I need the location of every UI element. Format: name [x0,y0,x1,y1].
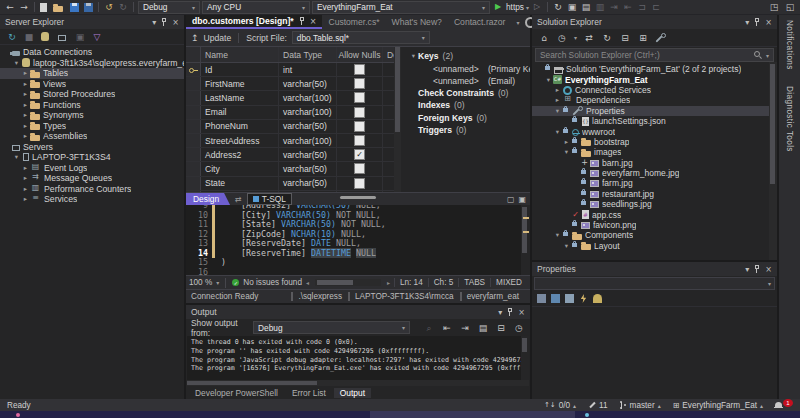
find-message-icon[interactable]: ⌕ [423,322,435,334]
events-icon[interactable] [579,294,588,303]
expander-expanded-icon[interactable]: ▾ [544,76,553,84]
panel-tab-developer-powershell[interactable]: Developer PowerShell [189,388,284,398]
code-line-16[interactable]: 16 [186,268,521,276]
windows-taskbar-strip[interactable] [0,411,800,418]
git-repository-button[interactable]: ⊞ EverythingFarm_Eat ▴ [673,401,763,410]
column-name-cell[interactable]: Email [201,106,279,119]
zoom-dropdown[interactable]: 100 % [189,278,212,287]
panel-tab-error-list[interactable]: Error List [286,388,332,398]
expander-expanded-icon[interactable]: ▾ [562,242,571,250]
solution-item-components[interactable]: ▾Components [532,230,777,240]
filter-icon[interactable]: ▽ [91,31,103,43]
pin-icon[interactable] [753,265,761,274]
data-type-cell[interactable]: varchar(50) [279,162,337,175]
data-type-cell[interactable]: varchar(50) [279,148,337,161]
expander-expanded-icon[interactable]: ▾ [553,107,562,115]
solution-item-bootstrap[interactable]: ▸bootstrap [532,137,777,147]
word-wrap-icon[interactable]: ⊟ [495,322,507,334]
swap-panes-icon[interactable]: ⇄ [235,195,242,204]
server-explorer-item-synonyms[interactable]: ▸Synonyms [0,110,184,121]
expander-expanded-icon[interactable]: ▾ [409,52,418,60]
panel-tab-output[interactable]: Output [334,388,371,398]
switch-views-icon[interactable]: ⌂ [538,32,550,44]
expander-collapsed-icon[interactable]: ▸ [21,111,30,119]
expander-collapsed-icon[interactable]: ▸ [21,90,30,98]
column-name-cell[interactable]: City [201,162,279,175]
default-cell[interactable] [383,77,394,90]
scroll-left-icon[interactable]: ◂ [306,279,309,286]
break-all-icon[interactable]: ▥ [594,1,606,13]
column-header-default[interactable]: Default [383,47,394,62]
server-explorer-item-types[interactable]: ▸Types [0,121,184,132]
window-menu-icon[interactable]: ▾ [745,18,749,27]
row-selector[interactable] [186,63,201,76]
scroll-right-icon[interactable]: ▸ [387,279,390,286]
context-group-keys[interactable]: ▾Keys(2) [409,50,530,63]
allow-nulls-checkbox[interactable] [354,107,365,118]
default-cell[interactable] [383,162,394,175]
sync-commits-button[interactable]: ↑↓ 0/0 ▴ [544,401,576,410]
window-layout-icon[interactable]: ▤ [580,1,592,13]
autoscroll-icon[interactable]: ◷ [513,322,525,334]
server-explorer-item-servers[interactable]: Servers [0,142,184,153]
grid-row-address2[interactable]: Address2varchar(50)✓ [186,148,394,162]
bookmark-prev-icon[interactable]: ⊏ [650,1,662,13]
pending-changes-filter-icon[interactable]: ◷ [556,32,568,44]
close-icon[interactable]: × [310,17,317,26]
default-cell[interactable] [383,63,394,76]
pending-edits-button[interactable]: 11 [588,401,608,410]
expander-expanded-icon[interactable]: ▾ [12,59,21,67]
solution-item-seedlings-jpg[interactable]: seedlings.jpg [532,199,777,209]
server-explorer-item-views[interactable]: ▸Views [0,79,184,90]
expander-collapsed-icon[interactable]: ▸ [21,80,30,88]
property-pages-icon[interactable] [593,294,602,303]
solution-item-everyfarm-home-jpg[interactable]: everyfarm_home.jpg [532,168,777,178]
expander-collapsed-icon[interactable]: ▸ [21,132,30,140]
editor-scrollbar[interactable] [521,205,530,275]
code-line-14[interactable]: 14 [ReserveTime] DATETIME NULL [186,249,521,259]
refresh-icon[interactable]: ↻ [601,32,613,44]
row-selector[interactable] [186,134,201,147]
data-type-cell[interactable]: int [279,63,337,76]
document-tab-contact-razor[interactable]: Contact.razor [448,15,512,29]
column-header-data-type[interactable]: Data Type [279,47,337,62]
expander-expanded-icon[interactable]: ▾ [553,231,562,239]
server-explorer-item-event-logs[interactable]: ▸Event Logs [0,163,184,174]
git-branch-button[interactable]: master ▴ [620,401,661,410]
data-type-cell[interactable]: varchar(50) [279,177,337,190]
server-explorer-item-message-queues[interactable]: ▸Message Queues [0,173,184,184]
platform-dropdown[interactable]: Any CPU▾ [202,1,310,14]
solution-item-dependencies[interactable]: ▸Dependencies [532,95,777,105]
output-log[interactable]: The thread 0 has exited with code 0 (0x0… [187,336,529,380]
grid-row-id[interactable]: Idint [186,63,394,77]
design-tab[interactable]: Design [186,193,230,205]
pin-icon[interactable] [160,18,168,27]
column-name-cell[interactable]: State [201,177,279,190]
default-cell[interactable] [383,177,394,190]
row-selector[interactable] [186,177,201,190]
properties-object-dropdown[interactable]: ▾ [534,277,775,290]
row-selector[interactable] [186,148,201,161]
allow-nulls-checkbox[interactable] [354,178,365,189]
server-explorer-item-services[interactable]: ▸Services [0,194,184,205]
context-group-triggers[interactable]: Triggers(0) [409,124,530,137]
bookmark-icon[interactable]: ⊐ [636,1,648,13]
expander-collapsed-icon[interactable]: ▸ [21,185,30,193]
vertical-split-icon[interactable]: ▣ [518,195,526,204]
data-type-cell[interactable]: varchar(100) [279,91,337,104]
server-explorer-item-assemblies[interactable]: ▸Assemblies [0,131,184,142]
side-tab-diagnostic-tools[interactable]: Diagnostic Tools [785,86,794,152]
solution-item-launchsettings-json[interactable]: launchSettings.json [532,116,777,126]
default-cell[interactable] [383,148,394,161]
categorized-icon[interactable] [537,294,546,303]
grid-row-firstname[interactable]: FirstNamevarchar(50) [186,77,394,91]
expander-expanded-icon[interactable]: ▾ [553,128,562,136]
default-cell[interactable] [383,91,394,104]
alphabetical-icon[interactable] [551,294,560,303]
grid-row-city[interactable]: Cityvarchar(50) [186,162,394,176]
column-name-cell[interactable]: LastName [201,91,279,104]
save-all-icon[interactable] [82,1,94,13]
column-name-cell[interactable]: PhoneNum [201,120,279,133]
expander-collapsed-icon[interactable]: ▸ [21,69,30,77]
pin-icon[interactable] [753,18,761,27]
